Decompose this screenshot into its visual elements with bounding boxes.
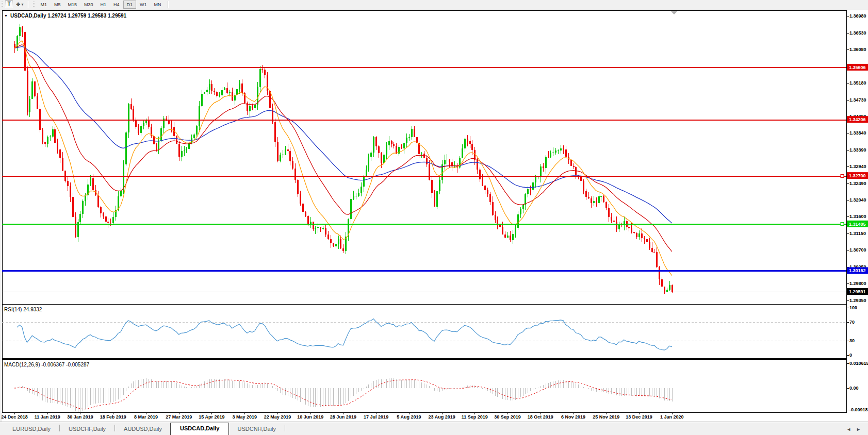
price-axis-tick: 1.35180 <box>849 80 866 86</box>
date-axis-label: 11 Sep 2019 <box>462 414 488 420</box>
scroll-left-icon[interactable]: ◄ <box>846 427 851 432</box>
timeframe-m5-button[interactable]: M5 <box>51 1 64 9</box>
date-axis-label: 10 Jun 2019 <box>297 414 323 420</box>
cursor-tool-button[interactable]: ✥ ▾ <box>16 2 23 7</box>
tab-eurusd-daily[interactable]: EURUSD,Daily <box>4 424 59 435</box>
price-axis-tick: 1.36980 <box>849 13 866 19</box>
toolbar-grip[interactable] <box>2 2 3 8</box>
hline-handle[interactable] <box>841 175 844 178</box>
price-axis-tick: 1.34730 <box>849 97 866 103</box>
chart-collapse-arrow: ▼ <box>4 14 8 18</box>
price-axis-tick: 1.31150 <box>849 231 866 236</box>
mt4-chart-window: { "toolbar": { "text_tool": "T", "cursor… <box>0 0 868 435</box>
date-axis-label: 30 Sep 2019 <box>494 414 521 420</box>
price-axis-tick: 1.32490 <box>849 181 866 186</box>
rsi-axis-tick: 70 <box>849 320 855 325</box>
tab-usdchf-daily[interactable]: USDCHF,Daily <box>60 424 114 435</box>
date-axis-label: 23 Aug 2019 <box>429 414 455 420</box>
price-chart-canvas[interactable]: 1.369801.365301.360801.351801.347301.342… <box>0 9 868 422</box>
price-axis-tick: 1.33390 <box>849 147 866 153</box>
tab-usdcad-daily[interactable]: USDCAD,Daily <box>170 423 229 435</box>
date-axis-label: 5 Aug 2019 <box>397 414 421 420</box>
toolbar-grip[interactable] <box>33 2 35 8</box>
toolbar-separator <box>28 1 29 8</box>
svg-text:1.32700: 1.32700 <box>849 173 866 178</box>
rsi-axis-tick: 30 <box>849 338 855 343</box>
timeframe-w1-button[interactable]: W1 <box>136 1 151 9</box>
date-axis-label: 22 May 2019 <box>264 414 291 420</box>
price-axis-tick: 1.29800 <box>849 281 866 286</box>
rsi-axis-tick: 100 <box>849 305 857 310</box>
svg-text:1.30152: 1.30152 <box>849 268 866 273</box>
svg-text:1.35606: 1.35606 <box>849 65 866 70</box>
macd-axis-tick: 0.00 <box>849 386 859 391</box>
price-axis-tick: 1.29350 <box>849 298 866 303</box>
price-axis-tick: 1.32940 <box>849 164 866 169</box>
timeframe-m30-button[interactable]: M30 <box>80 1 97 9</box>
tab-audusd-daily[interactable]: AUDUSD,Daily <box>116 424 170 435</box>
date-axis-label: 6 Nov 2019 <box>561 414 585 420</box>
price-axis-tick: 1.32040 <box>849 197 866 203</box>
date-axis-label: 17 Jul 2019 <box>364 414 388 420</box>
hline-handle[interactable] <box>841 223 844 226</box>
tab-usdcnh-daily[interactable]: USDCNH,Daily <box>229 424 284 435</box>
timeframe-m1-button[interactable]: M1 <box>37 1 51 9</box>
date-axis-label: 30 Jan 2019 <box>67 414 93 420</box>
macd-label: MACD(12,26,9) -0.006367 -0.005287 <box>4 362 90 367</box>
price-axis-tick: 1.36080 <box>849 47 866 52</box>
chevron-down-icon[interactable]: ▾ <box>21 2 23 7</box>
timeframe-mn-button[interactable]: MN <box>151 1 165 9</box>
timeframe-h4-button[interactable]: H4 <box>110 1 123 9</box>
svg-text:1.34206: 1.34206 <box>849 117 866 122</box>
top-toolbar: T ✥ ▾ M1 M5 M15 M30 H1 H4 D1 W1 MN <box>0 0 868 9</box>
date-axis-label: 27 Mar 2019 <box>166 414 192 420</box>
macd-axis-tick: 0.010615 <box>849 361 868 366</box>
price-axis-tick: 1.33840 <box>849 130 866 136</box>
text-tool-button[interactable]: T <box>5 1 13 8</box>
svg-text:1.31405: 1.31405 <box>849 222 866 227</box>
tab-divider <box>59 425 60 431</box>
date-axis-label: 11 Jan 2019 <box>35 414 60 420</box>
date-axis-label: 8 Mar 2019 <box>134 414 158 420</box>
svg-text:1.29591: 1.29591 <box>849 289 866 294</box>
cursor-move-icon: ✥ <box>16 2 20 7</box>
rsi-axis-tick: 0 <box>849 353 852 358</box>
date-axis-label: 1 Jan 2020 <box>660 414 684 420</box>
rsi-label: RSI(14) 24.9332 <box>4 307 42 312</box>
date-axis-label: 25 Nov 2019 <box>593 414 619 420</box>
tab-divider <box>114 425 115 431</box>
tab-divider <box>285 425 285 431</box>
date-axis-label: 13 Dec 2019 <box>626 414 652 420</box>
price-axis-tick: 1.36530 <box>849 30 866 36</box>
toolbar-separator <box>168 1 169 8</box>
timeframe-d1-button[interactable]: D1 <box>123 1 137 9</box>
symbol-tab-bar: EURUSD,Daily USDCHF,Daily AUDUSD,Daily U… <box>0 422 868 435</box>
date-axis-label: 3 May 2019 <box>232 414 257 420</box>
price-axis-tick: 1.31600 <box>849 214 866 219</box>
chart-title: USDCAD,Daily 1.29724 1.29759 1.29583 1.2… <box>10 13 127 19</box>
timeframe-h1-button[interactable]: H1 <box>96 1 110 9</box>
price-axis-tick: 1.30700 <box>849 247 866 253</box>
tab-scroll-controls: ◄ ► <box>846 427 861 435</box>
date-axis-label: 28 Jun 2019 <box>330 414 356 420</box>
date-axis-label: 24 Dec 2018 <box>1 414 28 420</box>
date-axis-label: 15 Apr 2019 <box>199 414 224 420</box>
date-axis-label: 18 Feb 2019 <box>100 414 126 420</box>
macd-axis-tick: -0.009181 <box>849 407 868 412</box>
timeframe-m15-button[interactable]: M15 <box>64 1 80 9</box>
scroll-right-icon[interactable]: ► <box>856 427 861 432</box>
date-axis-label: 18 Oct 2019 <box>528 414 553 420</box>
